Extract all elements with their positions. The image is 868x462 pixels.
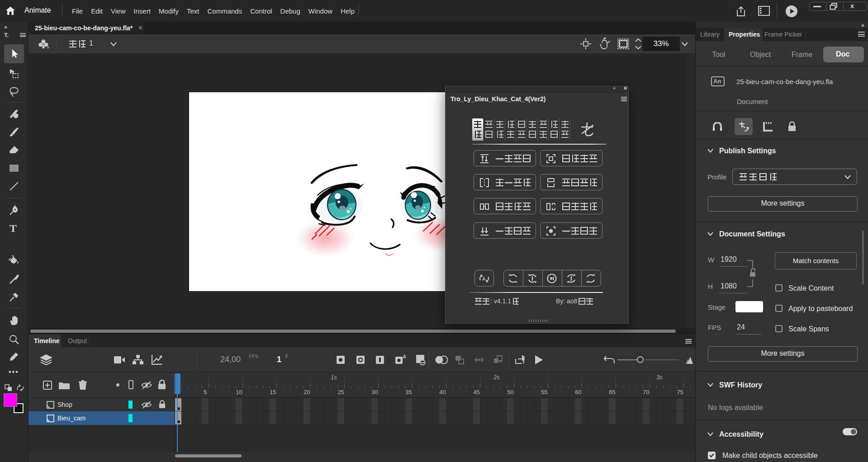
svg-text:A: A	[403, 354, 406, 359]
svg-text:A: A	[482, 276, 486, 282]
